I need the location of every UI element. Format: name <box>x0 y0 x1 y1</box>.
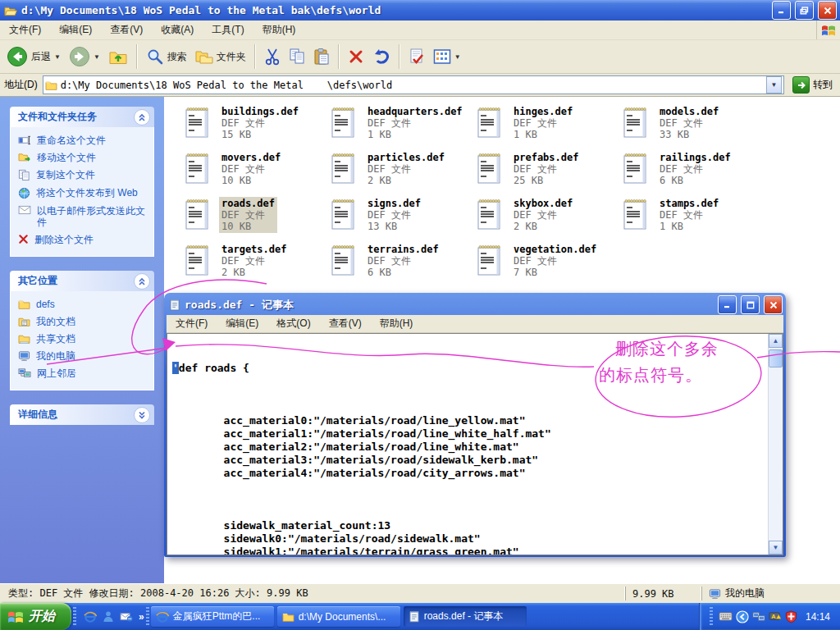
security-shield-icon[interactable] <box>785 610 797 623</box>
chevron-down-icon: ▼ <box>454 53 461 61</box>
forward-icon <box>69 46 90 67</box>
paste-button[interactable] <box>310 46 333 67</box>
file-tile-roads.def[interactable]: roads.defDEF 文件10 KB <box>184 195 330 241</box>
back-button[interactable]: 后退 ▼ <box>3 44 64 69</box>
views-button[interactable]: ▼ <box>430 47 464 66</box>
go-button[interactable]: 转到 <box>789 76 836 94</box>
file-tile-skybox.def[interactable]: skybox.defDEF 文件2 KB <box>476 195 622 241</box>
quick-launch-overflow[interactable]: » <box>139 611 144 623</box>
file-type: DEF 文件 <box>368 163 445 175</box>
network-icon[interactable] <box>752 611 765 623</box>
messenger-icon[interactable] <box>102 610 115 623</box>
sidebar-item[interactable]: 我的文档 <box>18 316 150 327</box>
file-tile-targets.def[interactable]: targets.defDEF 文件2 KB <box>184 241 330 287</box>
up-button[interactable] <box>105 46 131 67</box>
notepad-menu-item[interactable]: 帮助(H) <box>371 314 422 333</box>
scroll-down-button[interactable]: ▼ <box>769 541 783 555</box>
sidebar-panel-header[interactable]: 其它位置 <box>10 271 154 291</box>
taskbar-button[interactable]: roads.def - 记事本 <box>404 606 527 627</box>
file-size: 10 KB <box>221 221 275 232</box>
chevron-down-icon[interactable] <box>134 407 150 423</box>
def-file-icon <box>476 105 504 139</box>
cut-button[interactable] <box>261 46 284 67</box>
file-tile-buildings.def[interactable]: buildings.defDEF 文件15 KB <box>184 103 330 149</box>
chevron-up-icon[interactable] <box>134 273 150 290</box>
forward-button[interactable]: ▼ <box>66 44 103 69</box>
ie-icon[interactable] <box>84 610 97 623</box>
sidebar-item[interactable]: 网上邻居 <box>18 368 150 379</box>
explorer-menu-item[interactable]: 查看(V) <box>101 21 152 39</box>
display-warning-icon[interactable]: A <box>769 611 782 623</box>
address-input[interactable]: d:\My Documents\18 WoS Pedal to the Meta… <box>43 75 784 94</box>
file-tile-hinges.def[interactable]: hinges.defDEF 文件1 KB <box>476 103 622 149</box>
scrollbar-thumb[interactable] <box>769 349 783 368</box>
delete-button[interactable] <box>345 47 368 66</box>
maximize-button[interactable] <box>741 295 760 314</box>
restore-button[interactable] <box>795 1 814 20</box>
sidebar-item[interactable]: 以电子邮件形式发送此文件 <box>18 205 150 228</box>
sidebar-item[interactable]: 删除这个文件 <box>18 234 150 245</box>
file-name: railings.def <box>660 152 731 163</box>
file-tile-vegetation.def[interactable]: vegetation.defDEF 文件7 KB <box>476 241 622 287</box>
file-tile-signs.def[interactable]: signs.defDEF 文件13 KB <box>330 195 476 241</box>
def-file-icon <box>184 197 212 231</box>
notepad-line: acc_material4:"/materials/road/city_arro… <box>172 467 768 480</box>
file-tile-headquarters.def[interactable]: headquarters.defDEF 文件1 KB <box>330 103 476 149</box>
sync-check-button[interactable] <box>405 46 428 67</box>
explorer-menu-item[interactable]: 文件(F) <box>0 21 50 39</box>
folders-button[interactable]: 文件夹 <box>192 48 249 66</box>
sidebar-panel-header[interactable]: 详细信息 <box>10 404 154 425</box>
notepad-menu-item[interactable]: 文件(F) <box>167 314 217 333</box>
vertical-scrollbar[interactable]: ▲ ▼ <box>768 334 783 555</box>
search-button[interactable]: 搜索 <box>143 46 190 67</box>
publish-web-icon <box>18 187 30 199</box>
start-button[interactable]: 开始 <box>0 603 71 630</box>
explorer-task-sidebar: 文件和文件夹任务重命名这个文件移动这个文件复制这个文件将这个文件发布到 Web以… <box>0 97 164 583</box>
notepad-menu-item[interactable]: 编辑(E) <box>217 314 267 333</box>
sidebar-item[interactable]: 共享文档 <box>18 333 150 345</box>
file-name: hinges.def <box>514 106 573 117</box>
copy-button[interactable] <box>285 46 308 67</box>
def-file-icon <box>330 151 358 185</box>
taskbar-button[interactable]: 金属疯狂Pttm的巴... <box>151 606 274 627</box>
notepad-menu-item[interactable]: 格式(O) <box>267 314 319 333</box>
file-tile-movers.def[interactable]: movers.defDEF 文件10 KB <box>184 149 330 195</box>
file-tile-stamps.def[interactable]: stamps.defDEF 文件1 KB <box>622 195 768 241</box>
undo-button[interactable] <box>369 47 394 66</box>
file-tile-terrains.def[interactable]: terrains.defDEF 文件6 KB <box>330 241 476 287</box>
explorer-menu-item[interactable]: 收藏(A) <box>152 21 203 39</box>
hide-icons-chevron[interactable] <box>736 610 749 623</box>
file-tile-railings.def[interactable]: railings.defDEF 文件6 KB <box>622 149 768 195</box>
outlook-express-icon[interactable] <box>120 610 133 623</box>
address-dropdown-button[interactable]: ▼ <box>766 76 782 94</box>
sidebar-item[interactable]: defs <box>18 299 150 310</box>
notepad-menu-item[interactable]: 查看(V) <box>320 314 371 333</box>
minimize-button[interactable] <box>718 295 737 314</box>
sidebar-item[interactable]: 移动这个文件 <box>18 152 150 163</box>
taskbar-button[interactable]: d:\My Documents\... <box>277 606 400 627</box>
clock: 14:14 <box>806 611 830 623</box>
sidebar-item[interactable]: 我的电脑 <box>18 350 150 362</box>
sidebar-item[interactable]: 将这个文件发布到 Web <box>18 187 150 199</box>
file-tile-models.def[interactable]: models.defDEF 文件33 KB <box>622 103 768 149</box>
keyboard-icon[interactable] <box>719 612 733 621</box>
scroll-up-button[interactable]: ▲ <box>769 334 783 348</box>
file-type: DEF 文件 <box>514 209 573 221</box>
explorer-menu-item[interactable]: 编辑(E) <box>50 21 101 39</box>
sidebar-panel-header[interactable]: 文件和文件夹任务 <box>10 107 154 127</box>
sidebar-item[interactable]: 重命名这个文件 <box>18 135 150 146</box>
file-tile-prefabs.def[interactable]: prefabs.defDEF 文件25 KB <box>476 149 622 195</box>
chevron-up-icon[interactable] <box>134 109 150 126</box>
notepad-text-area[interactable]: 'def roads { acc_material0:"/materials/r… <box>167 334 768 555</box>
file-tile-particles.def[interactable]: particles.defDEF 文件2 KB <box>330 149 476 195</box>
minimize-button[interactable] <box>772 1 791 20</box>
explorer-menu-item[interactable]: 帮助(H) <box>253 21 305 39</box>
notepad-line: sidewalk0:"/materials/road/sidewalk.mat" <box>172 532 768 546</box>
close-button[interactable] <box>764 295 783 314</box>
close-button[interactable] <box>818 1 837 20</box>
sidebar-item[interactable]: 复制这个文件 <box>18 169 150 181</box>
explorer-statusbar: 类型: DEF 文件 修改日期: 2008-4-20 16:26 大小: 9.9… <box>0 583 840 603</box>
explorer-menu-item[interactable]: 工具(T) <box>203 21 253 39</box>
up-folder-icon <box>108 48 128 66</box>
sidebar-panel-title: 文件和文件夹任务 <box>18 110 97 124</box>
